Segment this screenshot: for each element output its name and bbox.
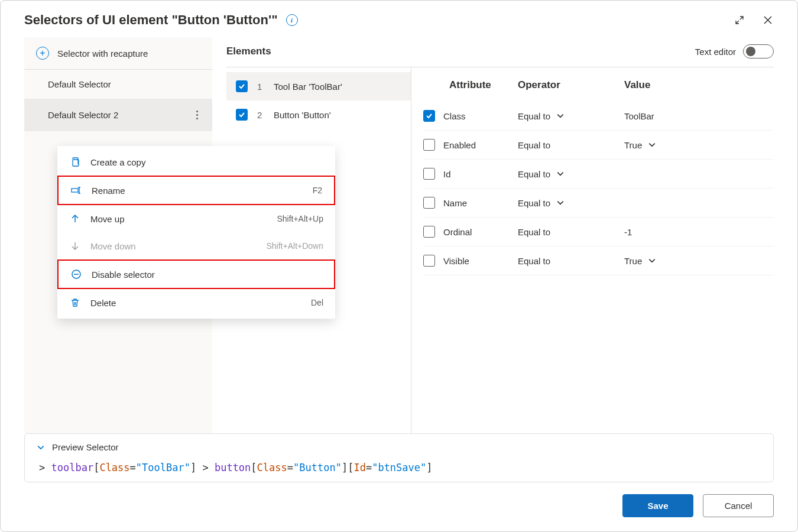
- dialog-title: Selectors of UI element "Button 'Button'…: [24, 12, 278, 28]
- attribute-row: IdEqual to: [423, 160, 774, 189]
- add-selector-button[interactable]: + Selector with recapture: [24, 37, 212, 70]
- element-checkbox[interactable]: [236, 109, 248, 121]
- col-header-operator: Operator: [518, 79, 624, 91]
- menu-label: Move up: [90, 214, 125, 224]
- attr-checkbox[interactable]: [423, 110, 435, 122]
- attr-operator[interactable]: Equal to: [518, 169, 624, 179]
- attribute-row: NameEqual to: [423, 189, 774, 218]
- col-header-value: Value: [624, 79, 774, 91]
- attribute-panel: Attribute Operator Value ClassEqual toTo…: [411, 67, 774, 433]
- preview-label: Preview Selector: [52, 442, 119, 452]
- selector-dialog: Selectors of UI element "Button 'Button'…: [0, 0, 798, 532]
- attr-value[interactable]: True: [624, 256, 774, 266]
- preview-selector-panel: Preview Selector > toolbar[Class="ToolBa…: [24, 433, 774, 482]
- col-header-attribute: Attribute: [423, 79, 518, 91]
- close-icon[interactable]: [762, 14, 774, 26]
- menu-shortcut: Shift+Alt+Down: [267, 241, 324, 251]
- menu-label: Move down: [90, 241, 136, 251]
- cancel-button[interactable]: Cancel: [703, 494, 774, 517]
- element-index: 1: [257, 82, 264, 92]
- arrow-up-icon: [69, 213, 81, 224]
- attr-operator[interactable]: Equal to: [518, 227, 624, 237]
- menu-label: Create a copy: [90, 157, 145, 167]
- menu-move-down: Move down Shift+Alt+Down: [57, 232, 335, 259]
- selector-context-menu: Create a copy Rename F2 Move up Shift+Al…: [57, 146, 335, 319]
- attr-value[interactable]: -1: [624, 227, 774, 237]
- menu-move-up[interactable]: Move up Shift+Alt+Up: [57, 205, 335, 232]
- attr-operator[interactable]: Equal to: [518, 140, 624, 150]
- attribute-row: OrdinalEqual to-1: [423, 218, 774, 246]
- preview-toggle[interactable]: Preview Selector: [37, 442, 761, 452]
- menu-delete[interactable]: Delete Del: [57, 289, 335, 316]
- attr-checkbox[interactable]: [423, 168, 435, 180]
- selector-item[interactable]: Default Selector: [24, 70, 212, 99]
- attr-operator[interactable]: Equal to: [518, 111, 624, 121]
- element-checkbox[interactable]: [236, 80, 248, 92]
- attr-value[interactable]: ToolBar: [624, 111, 774, 121]
- elements-heading: Elements: [226, 46, 271, 57]
- attr-name: Class: [443, 111, 466, 121]
- add-selector-label: Selector with recapture: [57, 48, 148, 59]
- attr-name: Visible: [443, 256, 469, 266]
- attr-checkbox[interactable]: [423, 197, 435, 209]
- attr-operator[interactable]: Equal to: [518, 256, 624, 266]
- attr-checkbox[interactable]: [423, 226, 435, 238]
- attr-name: Id: [443, 169, 451, 179]
- menu-create-copy[interactable]: Create a copy: [57, 148, 335, 176]
- menu-label: Rename: [92, 186, 125, 196]
- element-index: 2: [257, 110, 264, 120]
- text-editor-toggle[interactable]: [743, 44, 774, 59]
- menu-label: Disable selector: [92, 270, 155, 280]
- selector-item-label: Default Selector 2: [48, 110, 118, 120]
- arrow-down-icon: [69, 241, 81, 251]
- attr-checkbox[interactable]: [423, 255, 435, 267]
- plus-icon: +: [36, 47, 49, 60]
- attr-name: Ordinal: [443, 227, 472, 237]
- save-button[interactable]: Save: [622, 494, 693, 517]
- menu-shortcut: Del: [311, 298, 323, 307]
- attr-name: Enabled: [443, 140, 476, 150]
- selector-item-label: Default Selector: [48, 79, 111, 89]
- kebab-icon[interactable]: [194, 108, 200, 122]
- selector-item[interactable]: Default Selector 2: [24, 99, 212, 131]
- info-icon[interactable]: i: [286, 14, 298, 26]
- attribute-row: EnabledEqual toTrue: [423, 131, 774, 160]
- element-row[interactable]: 1 Tool Bar 'ToolBar': [226, 72, 411, 100]
- dialog-header: Selectors of UI element "Button 'Button'…: [1, 1, 797, 37]
- menu-shortcut: F2: [313, 186, 322, 195]
- attribute-row: VisibleEqual toTrue: [423, 246, 774, 275]
- trash-icon: [69, 297, 81, 308]
- attr-value[interactable]: True: [624, 140, 774, 150]
- element-label: Button 'Button': [274, 110, 331, 120]
- attribute-row: ClassEqual toToolBar: [423, 102, 774, 131]
- menu-disable-selector[interactable]: Disable selector: [57, 259, 335, 289]
- svg-rect-1: [72, 189, 78, 192]
- copy-icon: [69, 157, 81, 167]
- menu-label: Delete: [90, 298, 116, 308]
- attr-name: Name: [443, 198, 467, 208]
- chevron-down-icon: [37, 443, 45, 452]
- preview-text: > toolbar[Class="ToolBar"] > button[Clas…: [37, 462, 761, 473]
- expand-icon[interactable]: [734, 14, 745, 26]
- attr-checkbox[interactable]: [423, 139, 435, 151]
- attr-operator[interactable]: Equal to: [518, 198, 624, 208]
- element-label: Tool Bar 'ToolBar': [274, 82, 342, 92]
- menu-shortcut: Shift+Alt+Up: [277, 214, 323, 223]
- menu-rename[interactable]: Rename F2: [57, 176, 335, 205]
- text-editor-label: Text editor: [695, 47, 736, 57]
- element-row[interactable]: 2 Button 'Button': [226, 100, 411, 129]
- disable-icon: [70, 269, 82, 280]
- rename-icon: [70, 185, 82, 196]
